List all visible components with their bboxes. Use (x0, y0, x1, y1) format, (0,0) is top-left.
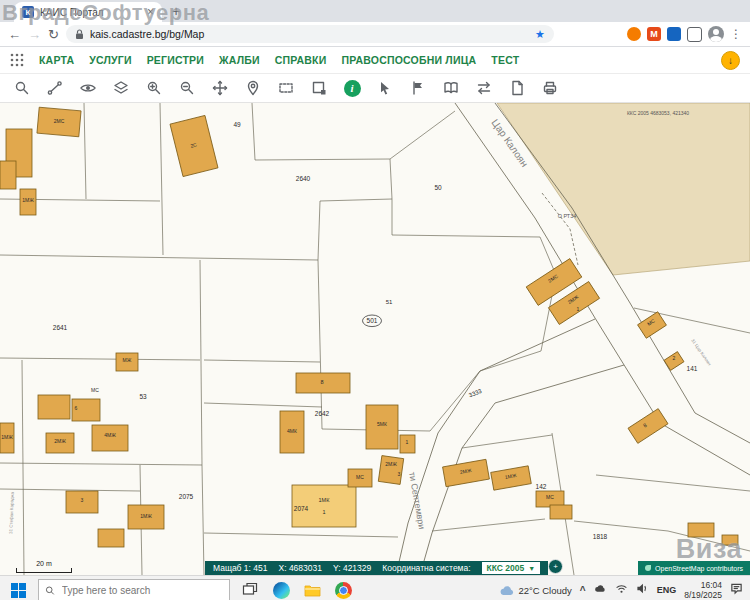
site-nav-bar: КАРТАУСЛУГИРЕГИСТРИЖАЛБИСПРАВКИПРАВОСПОС… (0, 47, 750, 74)
browser-tab[interactable]: К КАИС Портал × (14, 2, 162, 22)
browser-tab-strip: К КАИС Портал × + (0, 0, 750, 22)
layers-tool-button[interactable] (111, 78, 131, 98)
crs-label: Координатна система: (382, 563, 470, 573)
forward-icon[interactable]: → (28, 28, 41, 41)
measure-tool-button[interactable] (45, 78, 65, 98)
nav-item[interactable]: КАРТА (39, 54, 74, 66)
map-label: 3 (81, 497, 84, 503)
document-tool-button[interactable] (507, 78, 527, 98)
apps-grid-icon[interactable] (10, 53, 24, 67)
building (688, 523, 714, 537)
chevron-down-icon: ▼ (528, 565, 535, 572)
file-explorer-icon[interactable] (301, 579, 323, 600)
print-tool-button[interactable] (540, 78, 560, 98)
wifi-icon[interactable] (615, 581, 628, 599)
extension-shield-icon[interactable] (627, 27, 641, 41)
info-tool-button[interactable]: i (342, 78, 362, 98)
nav-item[interactable]: ЖАЛБИ (219, 54, 260, 66)
start-button[interactable] (7, 579, 29, 600)
map-label: 2МЖ (385, 461, 397, 467)
zoom-in-tool-button[interactable] (144, 78, 164, 98)
map-label: 2074 (294, 505, 309, 512)
legend-tool-button[interactable] (441, 78, 461, 98)
refresh-icon[interactable]: ↻ (48, 28, 59, 41)
map-label: 2075 (179, 493, 194, 500)
map-label: 53 (139, 393, 147, 400)
map-label: 51 (386, 299, 393, 305)
chrome-app-icon[interactable] (332, 579, 354, 600)
tray-expand-icon[interactable]: ^ (580, 585, 586, 596)
select-area-tool-button[interactable] (309, 78, 329, 98)
language-indicator[interactable]: ENG (657, 585, 677, 595)
building (378, 456, 403, 485)
edge-app-icon[interactable] (270, 579, 292, 600)
pointer-tool-button[interactable] (375, 78, 395, 98)
map-label: 5МК (377, 421, 387, 427)
scroll-down-button[interactable]: ↓ (721, 51, 740, 70)
extension-blue-icon[interactable] (667, 27, 681, 41)
weather-widget[interactable]: 22°C Cloudy (499, 585, 571, 596)
map-label: 2641 (53, 324, 68, 331)
leaf-icon (645, 565, 651, 571)
browser-menu-icon[interactable]: ⋮ (730, 27, 742, 41)
nav-item[interactable]: РЕГИСТРИ (147, 54, 204, 66)
map-label: 8 (320, 379, 323, 385)
map-label: 141 (687, 365, 698, 372)
volume-icon[interactable] (636, 581, 649, 599)
status-help-button[interactable]: + (548, 559, 563, 574)
map-toolbar: i (0, 74, 750, 103)
crs-dropdown[interactable]: ККС 2005 ▼ (482, 562, 541, 574)
taskbar-clock[interactable]: 16:04 8/19/2025 (684, 580, 722, 600)
bookmark-star-icon[interactable]: ★ (535, 28, 545, 41)
nav-item[interactable]: ТЕСТ (491, 54, 519, 66)
nav-item[interactable]: СПРАВКИ (275, 54, 327, 66)
map-label: 1МЖ (22, 197, 34, 203)
extensions-puzzle-icon[interactable] (687, 27, 702, 42)
flag-tool-button[interactable] (408, 78, 428, 98)
map-label: МС (546, 494, 554, 500)
action-center-icon[interactable] (730, 581, 743, 599)
cadastral-map-svg: ККС 2005 4683053, 42134049264050О РТ3451… (0, 103, 750, 575)
map-label: 50 (434, 184, 442, 191)
cloud-icon (499, 585, 514, 596)
map-label: 1818 (593, 533, 608, 540)
map-label: 2640 (296, 175, 311, 182)
swap-tool-button[interactable] (474, 78, 494, 98)
task-view-button[interactable] (239, 579, 261, 600)
map-status-bar: Мащаб 1: 451 X: 4683031 Y: 421329 Коорди… (205, 561, 548, 575)
back-icon[interactable]: ← (8, 28, 21, 41)
tab-close-icon[interactable]: × (147, 6, 154, 18)
pan-tool-button[interactable] (210, 78, 230, 98)
map-label: 2МС (54, 118, 65, 124)
extension-m-icon[interactable]: M (647, 27, 661, 41)
map-label: 49 (233, 121, 241, 128)
map-canvas[interactable]: ККС 2005 4683053, 42134049264050О РТ3451… (0, 103, 750, 575)
new-tab-button[interactable]: + (172, 3, 180, 19)
search-icon (45, 585, 55, 596)
map-attribution[interactable]: OpenStreetMap contributors (638, 561, 750, 575)
draw-rect-tool-button[interactable] (276, 78, 296, 98)
taskbar-search-input[interactable] (60, 584, 223, 597)
map-label: 1МЖ (1, 434, 13, 440)
zoom-out-tool-button[interactable] (177, 78, 197, 98)
building (366, 405, 398, 449)
taskbar-search-box[interactable] (38, 579, 230, 600)
nav-items: КАРТАУСЛУГИРЕГИСТРИЖАЛБИСПРАВКИПРАВОСПОС… (39, 54, 519, 66)
building (722, 535, 738, 545)
visibility-tool-button[interactable] (78, 78, 98, 98)
map-label: О РТ34 (558, 213, 577, 219)
weather-text: 22°C Cloudy (518, 585, 571, 596)
onedrive-icon[interactable] (594, 581, 607, 599)
map-label: 2 (673, 355, 676, 361)
url-omnibox[interactable]: kais.cadastre.bg/bg/Map ★ (66, 25, 554, 43)
info-icon: i (344, 80, 361, 97)
map-label: 3 (398, 471, 401, 477)
marker-tool-button[interactable] (243, 78, 263, 98)
nav-item[interactable]: ПРАВОСПОСОБНИ ЛИЦА (341, 54, 476, 66)
map-label: 1МЖ (140, 513, 152, 519)
map-label: 142 (536, 483, 547, 490)
nav-item[interactable]: УСЛУГИ (89, 54, 131, 66)
search-tool-button[interactable] (12, 78, 32, 98)
scalebar-line (16, 568, 72, 573)
profile-avatar[interactable] (708, 26, 724, 42)
